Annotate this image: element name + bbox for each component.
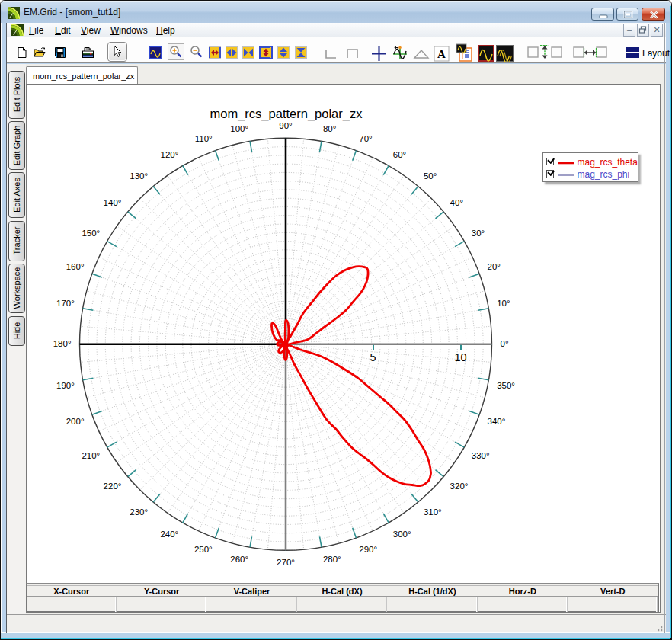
svg-text:300°: 300° (392, 530, 411, 539)
svg-text:70°: 70° (359, 134, 372, 143)
svg-text:A: A (437, 48, 446, 60)
svg-text:250°: 250° (194, 545, 212, 554)
svg-text:100°: 100° (230, 124, 248, 133)
svg-text:90°: 90° (279, 121, 292, 130)
svg-text:230°: 230° (130, 507, 148, 517)
svg-text:30°: 30° (471, 229, 484, 238)
svg-text:150°: 150° (82, 229, 100, 238)
svg-text:40°: 40° (450, 198, 462, 207)
svg-text:200°: 200° (66, 417, 84, 426)
svg-text:350°: 350° (497, 381, 515, 390)
svg-text:130°: 130° (130, 171, 148, 181)
svg-text:20°: 20° (487, 262, 500, 271)
svg-text:50°: 50° (423, 171, 436, 181)
svg-text:0°: 0° (500, 339, 508, 348)
svg-text:80°: 80° (322, 124, 335, 133)
svg-text:160°: 160° (66, 262, 84, 271)
svg-text:320°: 320° (450, 482, 468, 491)
svg-text:10°: 10° (497, 299, 510, 308)
svg-text:270°: 270° (277, 558, 295, 567)
svg-text:190°: 190° (56, 381, 75, 390)
svg-text:120°: 120° (160, 150, 178, 159)
svg-text:280°: 280° (322, 555, 341, 564)
svg-text:220°: 220° (103, 482, 121, 491)
svg-text:5: 5 (370, 351, 376, 363)
svg-text:330°: 330° (471, 451, 489, 460)
svg-text:110°: 110° (194, 134, 212, 143)
svg-text:140°: 140° (103, 198, 121, 207)
svg-text:210°: 210° (82, 451, 100, 460)
svg-text:340°: 340° (487, 417, 505, 426)
svg-text:290°: 290° (359, 545, 377, 554)
svg-text:170°: 170° (56, 299, 75, 308)
svg-text:240°: 240° (160, 530, 178, 539)
svg-text:180°: 180° (53, 339, 71, 348)
svg-text:60°: 60° (392, 150, 405, 159)
svg-text:310°: 310° (423, 507, 441, 517)
svg-text:260°: 260° (230, 555, 248, 564)
svg-text:10: 10 (454, 351, 466, 363)
